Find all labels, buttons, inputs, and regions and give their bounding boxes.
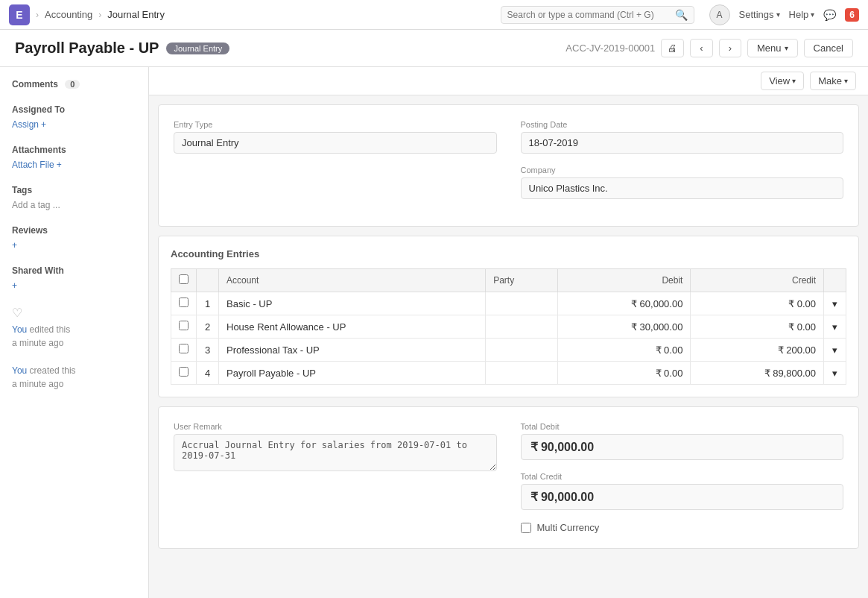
print-button[interactable]: 🖨: [661, 39, 684, 57]
header-actions: ACC-JV-2019-00001 🖨 ‹ › Menu ▾ Cancel: [566, 39, 853, 57]
activity-2: You created thisa minute ago: [12, 364, 136, 391]
form-col-left: Entry Type Journal Entry: [174, 120, 497, 211]
menu-chevron: ▾: [785, 44, 788, 52]
row-debit: ₹ 60,000.00: [557, 292, 691, 315]
row-party[interactable]: [486, 362, 558, 385]
row-debit: ₹ 30,000.00: [557, 315, 691, 339]
like-button[interactable]: ♡: [12, 306, 136, 320]
row-party[interactable]: [486, 292, 558, 315]
footer-row: User Remark Total Debit ₹ 90,000.00 Tota…: [174, 422, 843, 533]
row-checkbox-cell: [171, 339, 197, 362]
page-title: Payroll Payable - UP: [15, 40, 159, 57]
notification-badge[interactable]: 6: [845, 8, 859, 22]
add-tag-button[interactable]: Add a tag ...: [12, 200, 136, 210]
shared-with-label: Shared With: [12, 265, 136, 276]
breadcrumb-journal-entry[interactable]: Journal Entry: [107, 9, 165, 20]
menu-button[interactable]: Menu ▾: [747, 39, 798, 57]
row-checkbox[interactable]: [179, 298, 189, 307]
breadcrumb-sep-1: ›: [36, 10, 39, 20]
add-review-button[interactable]: +: [12, 240, 136, 251]
row-account[interactable]: Professional Tax - UP: [219, 339, 486, 362]
form-section: Entry Type Journal Entry Posting Date 18…: [158, 104, 859, 227]
posting-date-group: Posting Date 18-07-2019: [521, 120, 844, 154]
footer-section: User Remark Total Debit ₹ 90,000.00 Tota…: [158, 406, 859, 549]
row-checkbox[interactable]: [179, 344, 189, 353]
total-debit-value: ₹ 90,000.00: [521, 434, 844, 460]
row-credit: ₹ 0.00: [691, 292, 824, 315]
row-account[interactable]: Payroll Payable - UP: [219, 362, 486, 385]
posting-date-label: Posting Date: [521, 120, 844, 129]
settings-chevron: ▾: [776, 10, 780, 19]
row-account[interactable]: House Rent Allowance - UP: [219, 315, 486, 339]
row-dropdown-button[interactable]: ▾: [824, 339, 846, 362]
assigned-to-label: Assigned To: [12, 104, 136, 115]
row-account[interactable]: Basic - UP: [219, 292, 486, 315]
assign-plus-icon: +: [41, 119, 46, 130]
page-title-area: Payroll Payable - UP Journal Entry: [15, 40, 229, 57]
th-credit: Credit: [691, 269, 824, 292]
row-debit: ₹ 0.00: [557, 339, 691, 362]
multi-currency-label: Multi Currency: [537, 522, 600, 533]
next-button[interactable]: ›: [719, 39, 741, 57]
user-remark-input[interactable]: [174, 434, 497, 471]
row-checkbox[interactable]: [179, 321, 189, 330]
attach-plus-icon: +: [57, 160, 62, 170]
shared-with-section: Shared With +: [12, 265, 136, 291]
make-button[interactable]: Make ▾: [810, 72, 856, 90]
th-party: Party: [486, 269, 558, 292]
help-chevron: ▾: [811, 10, 814, 19]
accounting-table: Account Party Debit Credit 1 Basic - UP …: [171, 268, 846, 385]
total-credit-label: Total Credit: [521, 472, 844, 481]
entry-type-label: Entry Type: [174, 120, 497, 129]
attach-file-button[interactable]: Attach File +: [12, 160, 136, 170]
row-dropdown-button[interactable]: ▾: [824, 315, 846, 339]
cancel-button[interactable]: Cancel: [804, 39, 853, 57]
breadcrumb-sep-2: ›: [98, 10, 101, 20]
select-all-checkbox[interactable]: [179, 274, 189, 284]
add-shared-button[interactable]: +: [12, 280, 136, 291]
settings-button[interactable]: Settings ▾: [739, 9, 780, 20]
row-party[interactable]: [486, 339, 558, 362]
entry-type-group: Entry Type Journal Entry: [174, 120, 497, 154]
table-row: 3 Professional Tax - UP ₹ 0.00 ₹ 200.00 …: [171, 339, 846, 362]
reviews-section: Reviews +: [12, 225, 136, 251]
sidebar: Comments 0 Assigned To Assign + Attachme…: [0, 67, 149, 598]
content-area: View ▾ Make ▾ Entry Type Journal Entry: [149, 67, 868, 598]
row-credit: ₹ 89,800.00: [691, 362, 824, 385]
comments-count: 0: [65, 80, 80, 89]
search-icon: 🔍: [675, 9, 688, 21]
notification-icon[interactable]: 💬: [823, 9, 836, 21]
assign-button[interactable]: Assign +: [12, 119, 136, 130]
multi-currency-row: Multi Currency: [521, 522, 844, 533]
reviews-label: Reviews: [12, 225, 136, 236]
row-dropdown-button[interactable]: ▾: [824, 362, 846, 385]
footer-left: User Remark: [174, 422, 497, 533]
row-credit: ₹ 0.00: [691, 315, 824, 339]
prev-button[interactable]: ‹: [690, 39, 712, 57]
row-checkbox-cell: [171, 292, 197, 315]
help-button[interactable]: Help ▾: [789, 9, 815, 20]
breadcrumb-accounting[interactable]: Accounting: [45, 9, 92, 20]
row-num: 4: [197, 362, 219, 385]
row-checkbox[interactable]: [179, 367, 189, 377]
tags-label: Tags: [12, 185, 136, 195]
view-chevron: ▾: [792, 77, 796, 85]
row-num: 2: [197, 315, 219, 339]
view-button[interactable]: View ▾: [761, 72, 804, 90]
row-party[interactable]: [486, 315, 558, 339]
doc-id: ACC-JV-2019-00001: [566, 43, 655, 54]
table-row: 2 House Rent Allowance - UP ₹ 30,000.00 …: [171, 315, 846, 339]
row-num: 1: [197, 292, 219, 315]
posting-date-value[interactable]: 18-07-2019: [521, 132, 844, 154]
table-section: Accounting Entries Account Party Debit C…: [158, 236, 859, 397]
search-input[interactable]: [507, 10, 671, 20]
company-value[interactable]: Unico Plastics Inc.: [521, 177, 844, 199]
attachments-section: Attachments Attach File +: [12, 145, 136, 170]
row-checkbox-cell: [171, 362, 197, 385]
page-header: Payroll Payable - UP Journal Entry ACC-J…: [0, 30, 868, 67]
activity-1: You edited thisa minute ago: [12, 323, 136, 350]
entry-type-value[interactable]: Journal Entry: [174, 132, 497, 154]
row-dropdown-button[interactable]: ▾: [824, 292, 846, 315]
th-debit: Debit: [557, 269, 691, 292]
multi-currency-checkbox[interactable]: [521, 523, 531, 533]
